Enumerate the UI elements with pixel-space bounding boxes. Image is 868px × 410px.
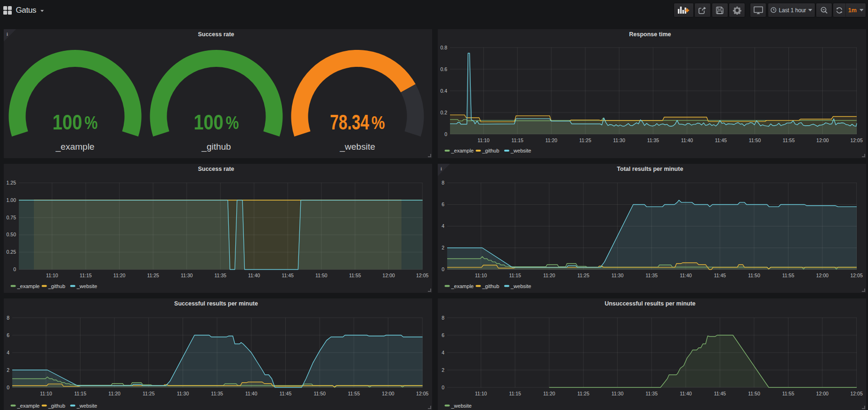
svg-text:11:35: 11:35 [211, 391, 223, 396]
svg-text:11:55: 11:55 [349, 273, 361, 278]
svg-text:2: 2 [442, 367, 444, 373]
svg-text:11:45: 11:45 [714, 391, 726, 396]
svg-text:0.75: 0.75 [7, 215, 16, 220]
svg-text:_example: _example [17, 283, 40, 289]
svg-text:_github: _github [482, 148, 499, 153]
svg-text:11:30: 11:30 [181, 273, 193, 278]
svg-text:_github: _github [482, 283, 499, 289]
svg-text:i: i [7, 32, 8, 37]
svg-text:11:45: 11:45 [714, 273, 726, 278]
svg-text:11:25: 11:25 [579, 137, 592, 143]
svg-text:0.25: 0.25 [7, 249, 16, 255]
svg-text:2: 2 [442, 245, 444, 250]
svg-text:100: 100 [194, 111, 224, 134]
svg-text:%: % [371, 113, 385, 133]
svg-text:11:40: 11:40 [248, 273, 260, 278]
svg-text:11:40: 11:40 [681, 137, 693, 143]
svg-text:0: 0 [13, 266, 16, 272]
svg-text:11:40: 11:40 [245, 391, 257, 396]
svg-text:11:30: 11:30 [177, 391, 189, 396]
svg-text:11:15: 11:15 [509, 273, 521, 278]
svg-text:_github: _github [48, 283, 65, 289]
svg-text:11:10: 11:10 [475, 273, 487, 278]
svg-text:11:50: 11:50 [748, 391, 760, 396]
svg-text:11:35: 11:35 [647, 137, 659, 143]
svg-text:1.00: 1.00 [7, 197, 16, 203]
svg-text:11:20: 11:20 [545, 137, 557, 143]
svg-text:11:10: 11:10 [40, 391, 52, 396]
svg-text:_example: _example [55, 142, 94, 152]
svg-text:12:00: 12:00 [816, 137, 828, 143]
svg-text:11:20: 11:20 [543, 273, 555, 278]
svg-text:11:30: 11:30 [611, 391, 624, 396]
svg-text:_github: _github [48, 403, 65, 409]
svg-text:11:15: 11:15 [74, 391, 87, 396]
svg-text:12:05: 12:05 [850, 137, 862, 143]
svg-text:_example: _example [451, 148, 474, 153]
svg-text:11:35: 11:35 [646, 273, 658, 278]
svg-text:8: 8 [7, 315, 9, 321]
svg-text:11:50: 11:50 [749, 137, 761, 143]
svg-text:78.34: 78.34 [330, 111, 369, 134]
svg-text:1.25: 1.25 [7, 180, 16, 185]
svg-text:11:45: 11:45 [715, 137, 727, 143]
svg-text:_website: _website [451, 403, 472, 409]
svg-text:0: 0 [442, 266, 444, 272]
svg-text:_github: _github [201, 142, 231, 152]
svg-text:i: i [441, 166, 442, 171]
svg-text:11:50: 11:50 [748, 273, 760, 278]
svg-text:_website: _website [76, 283, 97, 289]
svg-text:100: 100 [53, 111, 82, 134]
svg-text:_example: _example [17, 403, 40, 409]
svg-text:12:05: 12:05 [416, 273, 428, 278]
svg-text:11:55: 11:55 [782, 391, 795, 396]
svg-text:_website: _website [76, 403, 97, 409]
svg-text:0.2: 0.2 [440, 110, 447, 115]
svg-text:6: 6 [442, 332, 444, 338]
svg-text:8: 8 [442, 180, 444, 185]
svg-text:6: 6 [7, 332, 9, 338]
svg-text:4: 4 [442, 350, 444, 355]
svg-text:11:25: 11:25 [147, 273, 159, 278]
svg-text:12:00: 12:00 [382, 391, 394, 396]
svg-text:6: 6 [442, 201, 444, 207]
svg-text:11:20: 11:20 [543, 391, 555, 396]
svg-text:11:45: 11:45 [281, 273, 294, 278]
svg-text:11:55: 11:55 [348, 391, 360, 396]
svg-text:11:25: 11:25 [578, 391, 590, 396]
svg-text:11:30: 11:30 [611, 273, 624, 278]
svg-text:11:10: 11:10 [477, 137, 490, 143]
svg-text:%: % [85, 113, 98, 133]
svg-text:11:40: 11:40 [680, 273, 692, 278]
svg-text:11:50: 11:50 [313, 391, 326, 396]
svg-text:11:55: 11:55 [782, 273, 795, 278]
svg-text:_website: _website [339, 142, 375, 152]
svg-text:11:10: 11:10 [475, 391, 487, 396]
svg-text:12:05: 12:05 [850, 391, 862, 396]
svg-text:%: % [226, 113, 239, 133]
svg-text:0.50: 0.50 [7, 232, 16, 237]
svg-text:11:20: 11:20 [113, 273, 126, 278]
svg-text:11:55: 11:55 [783, 137, 795, 143]
svg-text:11:25: 11:25 [143, 391, 155, 396]
svg-text:_website: _website [510, 148, 531, 153]
svg-text:0.8: 0.8 [440, 45, 447, 50]
svg-text:11:20: 11:20 [108, 391, 121, 396]
svg-text:0: 0 [7, 385, 9, 390]
svg-text:0: 0 [442, 385, 444, 390]
svg-text:11:10: 11:10 [46, 273, 58, 278]
svg-text:11:50: 11:50 [315, 273, 328, 278]
svg-text:0.6: 0.6 [440, 66, 447, 72]
svg-text:11:40: 11:40 [680, 391, 692, 396]
svg-text:12:00: 12:00 [816, 391, 828, 396]
svg-text:_website: _website [510, 283, 531, 289]
svg-text:4: 4 [442, 223, 444, 229]
svg-text:11:30: 11:30 [613, 137, 626, 143]
svg-text:4: 4 [7, 350, 9, 355]
svg-text:11:35: 11:35 [214, 273, 226, 278]
svg-text:12:00: 12:00 [383, 273, 395, 278]
svg-text:11:25: 11:25 [578, 273, 590, 278]
svg-text:0: 0 [444, 131, 447, 137]
svg-text:11:15: 11:15 [511, 137, 523, 143]
svg-text:0.4: 0.4 [440, 88, 447, 94]
